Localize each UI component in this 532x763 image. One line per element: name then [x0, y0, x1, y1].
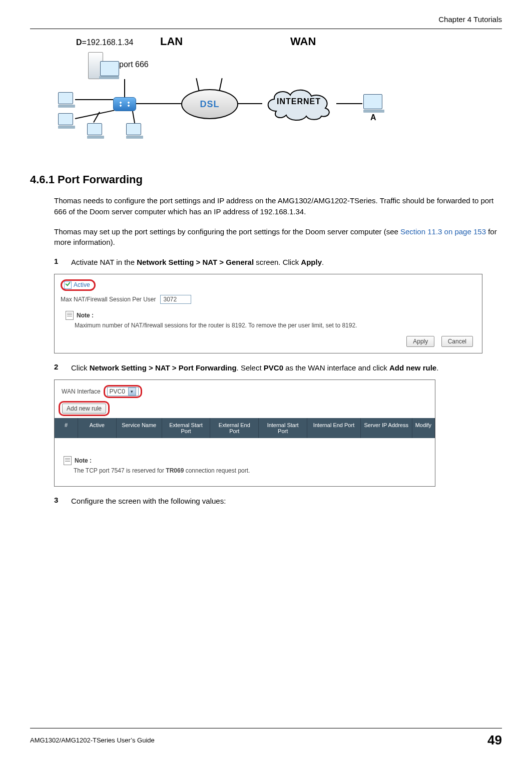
active-label: Active	[74, 281, 90, 288]
step-number: 2	[54, 362, 71, 373]
cancel-button[interactable]: Cancel	[441, 336, 473, 347]
diagram-lan-label: LAN	[160, 35, 183, 48]
pc-icon	[87, 123, 104, 139]
chevron-down-icon: ▾	[128, 388, 136, 396]
port-forwarding-screenshot: WAN Interface PVC0 ▾ Add new rule # Acti…	[54, 379, 435, 487]
diagram-d-label: D=192.168.1.34	[76, 38, 133, 47]
pc-icon	[58, 113, 75, 129]
footer-guide-title: AMG1302/AMG1202-TSeries User’s Guide	[30, 736, 155, 744]
table-header: # Active Service Name External Start Por…	[55, 418, 435, 438]
note-label: Note :	[75, 457, 92, 464]
th-int-end: Internal End Port	[307, 418, 361, 438]
footer-page-number: 49	[487, 732, 502, 748]
th-ext-end: External End Port	[210, 418, 259, 438]
max-session-input[interactable]: 3072	[160, 295, 191, 304]
th-int-start: Internal Start Port	[259, 418, 307, 438]
switch-icon	[113, 97, 136, 111]
chapter-header: Chapter 4 Tutorials	[30, 15, 502, 24]
page-footer: AMG1302/AMG1202-TSeries User’s Guide 49	[30, 728, 502, 748]
active-checkbox[interactable]	[64, 281, 72, 289]
step-number: 3	[54, 496, 71, 507]
paragraph: Thomas may set up the port settings by c…	[54, 226, 497, 248]
th-ext-start: External Start Port	[162, 418, 211, 438]
wan-interface-label: WAN Interface	[62, 388, 101, 395]
paragraph: Thomas needs to configure the port setti…	[54, 195, 497, 217]
apply-button[interactable]: Apply	[406, 336, 434, 347]
step-item: 2 Click Network Setting > NAT > Port For…	[54, 362, 497, 373]
max-session-label: Max NAT/Firewall Session Per User	[61, 296, 156, 303]
note-label: Note :	[77, 312, 94, 319]
th-num: #	[55, 418, 78, 438]
cross-reference-link[interactable]: Section 11.3 on page 153	[400, 227, 486, 236]
highlight-ring: Active	[61, 279, 96, 291]
header-rule	[30, 29, 502, 29]
nat-general-screenshot: Active Max NAT/Firewall Session Per User…	[54, 274, 482, 353]
network-diagram: D=192.168.1.34 LAN WAN port 666	[40, 38, 502, 158]
highlight-ring: PVC0 ▾	[104, 385, 142, 398]
pc-icon	[126, 123, 143, 139]
th-active: Active	[78, 418, 117, 438]
pc-icon	[363, 94, 384, 113]
diagram-wan-label: WAN	[290, 35, 316, 48]
step-text: Configure the screen with the following …	[71, 496, 497, 507]
add-new-rule-button[interactable]: Add new rule	[62, 404, 106, 414]
note-icon	[66, 311, 74, 320]
section-heading: 4.6.1 Port Forwarding	[30, 173, 502, 186]
diagram-port-label: port 666	[119, 60, 149, 69]
server-icon	[88, 52, 103, 79]
note-text: The TCP port 7547 is reserved for TR069 …	[74, 467, 435, 474]
internet-cloud-icon: INTERNET	[261, 86, 336, 121]
th-service: Service Name	[117, 418, 162, 438]
th-server-ip: Server IP Address	[361, 418, 412, 438]
wan-interface-dropdown[interactable]: PVC0 ▾	[107, 387, 139, 396]
pc-icon	[58, 92, 75, 108]
th-modify: Modify	[412, 418, 435, 438]
note-text: Maximum number of NAT/firewall sessions …	[75, 322, 476, 329]
highlight-ring: Add new rule	[59, 401, 110, 416]
table-body-empty	[55, 438, 435, 450]
note-icon	[64, 456, 72, 465]
dsl-router-icon: DSL	[181, 89, 238, 119]
step-item: 1 Activate NAT in the Network Setting > …	[54, 257, 497, 268]
step-item: 3 Configure the screen with the followin…	[54, 496, 497, 507]
step-number: 1	[54, 257, 71, 268]
diagram-a-label: A	[370, 113, 376, 122]
